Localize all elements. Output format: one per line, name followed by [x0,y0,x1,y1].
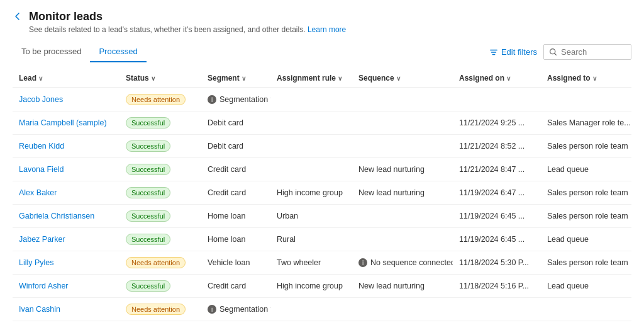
segment-cell: Credit card [201,158,270,181]
leads-table-container: Lead ∨ Status ∨ Segment ∨ Assignment rul… [13,69,631,321]
search-box[interactable] [543,44,631,60]
lead-link[interactable]: Alex Baker [19,188,57,197]
table-row: Reuben KiddSuccessfulDebit card11/21/202… [13,135,631,158]
assigned-on-cell: 11/19/2024 6:45 ... [453,205,541,228]
assigned-to-cell: Sales person role team [541,181,631,205]
segment-cell: Debit card [201,111,270,135]
status-badge: Needs attention [126,257,186,268]
status-badge: Needs attention [126,304,186,315]
search-icon [549,48,557,56]
assigned-to-cell: Lead queue [541,228,631,251]
sequence-cell: New lead nurturing [352,158,453,181]
sequence-cell: New lead nurturing [352,275,453,298]
sequence-cell [352,228,453,251]
table-row: Winford AsherSuccessfulCredit cardHigh i… [13,275,631,298]
assigned-on-cell: 11/19/2024 6:45 ... [453,228,541,251]
info-icon: i [208,305,216,314]
status-badge: Successful [126,117,170,128]
assigned-on-cell: 11/21/2024 8:52 ... [453,135,541,158]
status-badge: Successful [126,164,170,175]
table-row: Maria Campbell (sample)SuccessfulDebit c… [13,111,631,135]
assigned-on-cell: 11/21/2024 9:25 ... [453,111,541,135]
table-row: Alex BakerSuccessfulCredit cardHigh inco… [13,181,631,205]
table-row: Jacob JonesNeeds attentioniSegmentation … [13,88,631,111]
lead-link[interactable]: Jacob Jones [19,95,63,104]
page-subtitle: See details related to a lead's status, … [29,25,346,34]
assigned-to-cell [541,298,631,321]
table-row: Jabez ParkerSuccessfulHome loanRural11/1… [13,228,631,251]
assigned-to-cell: Sales person role team [541,205,631,228]
assigned-on-cell [453,88,541,111]
segment-cell: Credit card [201,275,270,298]
col-header-segment[interactable]: Segment ∨ [201,69,270,88]
status-badge: Successful [126,210,170,222]
assigned-to-cell: Lead queue [541,275,631,298]
segment-cell: Debit card [201,135,270,158]
info-icon: i [208,95,216,104]
status-badge: Successful [126,140,170,152]
sequence-cell: New lead nurturing [352,181,453,205]
assigned-to-cell: Sales person role team [541,251,631,275]
assignment-rule-cell [270,135,352,158]
assigned-to-cell: Lead queue [541,158,631,181]
search-input[interactable] [561,47,626,57]
assignment-rule-cell: High income group [270,275,352,298]
col-header-lead[interactable]: Lead ∨ [13,69,119,88]
col-header-status[interactable]: Status ∨ [119,69,201,88]
assignment-rule-cell [270,88,352,111]
lead-link[interactable]: Reuben Kidd [19,142,64,151]
col-header-assigned-on[interactable]: Assigned on ∨ [453,69,541,88]
lead-link[interactable]: Lavona Field [19,165,64,174]
table-row: Gabriela ChristiansenSuccessfulHome loan… [13,205,631,228]
sequence-cell [352,205,453,228]
lead-link[interactable]: Gabriela Christiansen [19,212,94,220]
segment-cell: Home loan [201,228,270,251]
col-header-assigned-to[interactable]: Assigned to ∨ [541,69,631,88]
assigned-to-cell: Sales person role team [541,135,631,158]
segment-cell: Home loan [201,205,270,228]
learn-more-link[interactable]: Learn more [308,25,346,34]
assignment-rule-cell: Two wheeler [270,251,352,275]
lead-link[interactable]: Lilly Pyles [19,258,54,267]
assigned-on-cell [453,298,541,321]
assigned-to-cell: Sales Manager role te... [541,111,631,135]
tab-bar: To be processed Processed [13,42,147,62]
sequence-cell [352,111,453,135]
lead-link[interactable]: Jabez Parker [19,235,65,244]
table-row: Lilly PylesNeeds attentionVehicle loanTw… [13,251,631,275]
col-header-assignment-rule[interactable]: Assignment rule ∨ [270,69,352,88]
assignment-rule-cell [270,158,352,181]
assignment-rule-cell: Rural [270,228,352,251]
assigned-on-cell: 11/19/2024 6:47 ... [453,181,541,205]
back-button[interactable] [13,10,23,21]
table-row: Ivan CashinNeeds attentioniSegmentation … [13,298,631,321]
sequence-cell [352,88,453,111]
status-badge: Successful [126,187,170,198]
assigned-on-cell: 11/18/2024 5:16 P... [453,275,541,298]
segment-cell: iSegmentation failed [201,88,270,111]
col-header-sequence[interactable]: Sequence ∨ [352,69,453,88]
segment-cell: Credit card [201,181,270,205]
status-badge: Successful [126,280,170,292]
sequence-cell [352,135,453,158]
assigned-on-cell: 11/21/2024 8:47 ... [453,158,541,181]
warning-icon: i [358,258,367,267]
leads-table: Lead ∨ Status ∨ Segment ∨ Assignment rul… [13,69,631,321]
sequence-cell: iNo sequence connected [352,251,453,275]
lead-link[interactable]: Maria Campbell (sample) [19,118,107,127]
assignment-rule-cell: High income group [270,181,352,205]
assigned-on-cell: 11/18/2024 5:30 P... [453,251,541,275]
lead-link[interactable]: Ivan Cashin [19,305,60,314]
tab-processed[interactable]: Processed [90,42,146,62]
tab-to-be-processed[interactable]: To be processed [13,42,90,62]
assignment-rule-cell [270,298,352,321]
status-badge: Successful [126,234,170,245]
table-row: Lavona FieldSuccessfulCredit cardNew lea… [13,158,631,181]
assigned-to-cell [541,88,631,111]
lead-link[interactable]: Winford Asher [19,282,69,290]
sequence-cell [352,298,453,321]
segment-cell: iSegmentation failed [201,298,270,321]
status-badge: Needs attention [126,94,186,105]
assignment-rule-cell: Urban [270,205,352,228]
edit-filters-button[interactable]: Edit filters [489,47,537,57]
